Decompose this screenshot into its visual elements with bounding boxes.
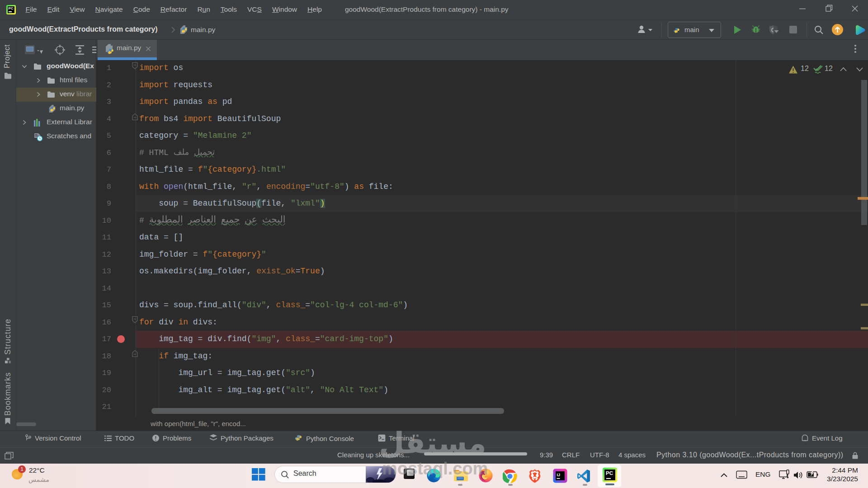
svg-text:IJ: IJ — [557, 473, 561, 477]
